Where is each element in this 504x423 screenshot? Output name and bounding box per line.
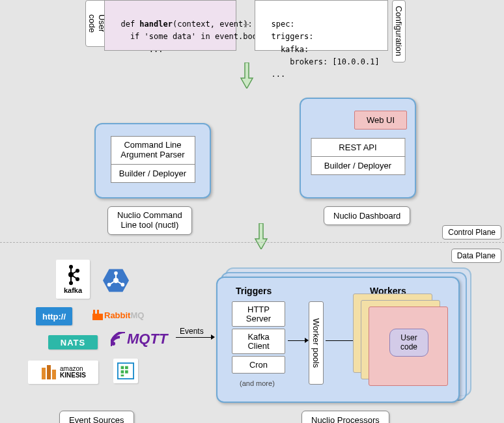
dashboard-builder: Builder / Deployer — [311, 156, 405, 175]
rabbit-label-1: Rabbit — [104, 310, 130, 320]
data-plane-label: Data Plane — [451, 249, 501, 263]
svg-rect-17 — [121, 370, 124, 374]
event-source-iguazio — [113, 359, 138, 383]
mqtt-label: MQTT — [127, 331, 167, 348]
arrow-down-icon — [253, 223, 270, 249]
svg-point-10 — [111, 342, 115, 346]
svg-rect-18 — [125, 370, 128, 374]
svg-rect-13 — [52, 370, 56, 379]
event-source-kafka: kafka — [56, 260, 90, 299]
cli-builder: Builder / Deployer — [111, 164, 195, 183]
configuration-label: Configuration — [392, 0, 406, 62]
kafka-icon — [66, 264, 80, 286]
kinesis-label-2: KINESIS — [60, 372, 86, 379]
plus-icon: + — [243, 18, 250, 32]
event-source-rabbitmq: RabbitMQ — [89, 308, 148, 321]
cli-caption1: Nuclio Command — [117, 210, 182, 220]
cli-arg-parser: Command Line Argument Parser — [111, 136, 195, 165]
svg-rect-12 — [47, 365, 51, 379]
rabbitmq-icon — [92, 310, 103, 320]
cli-row1b: Argument Parser — [120, 150, 184, 159]
event-source-kinesis: amazon KINESIS — [28, 361, 98, 384]
worker-pools: Worker pools — [309, 301, 324, 385]
pubsub-icon — [103, 266, 129, 295]
events-label: Events — [180, 327, 204, 336]
trigger-http: HTTP Server — [232, 301, 285, 327]
svg-rect-11 — [42, 368, 46, 379]
trigger-kafka-2: Client — [247, 341, 269, 351]
spec-code-box: spec: triggers: kafka: brokers: [10.0.0.… — [255, 0, 388, 51]
event-sources-caption: Event Sources — [59, 411, 134, 423]
rabbit-label-2: MQ — [130, 310, 144, 320]
events-arrow-icon — [176, 337, 211, 338]
kafka-label: kafka — [64, 286, 82, 294]
user-code-chip-2: code — [400, 342, 417, 351]
dashboard-panel: Web UI REST API Builder / Deployer — [300, 98, 416, 198]
kinesis-label-1: amazon — [60, 365, 83, 372]
processors-caption: Nuclio Processors — [301, 411, 389, 423]
kinesis-icon — [40, 364, 57, 381]
processor-panel: Triggers Workers HTTP Server Kafka Clien… — [216, 277, 460, 403]
spec-code-text: spec: triggers: kafka: brokers: [10.0.0.… — [262, 20, 380, 79]
trigger-http-2: Server — [246, 314, 271, 323]
event-source-http: http:// — [36, 307, 72, 325]
iguazio-icon — [117, 362, 134, 380]
user-code-box: def handler(context, event): if 'some da… — [104, 0, 236, 51]
arrow-icon — [288, 340, 305, 341]
event-source-mqtt: MQTT — [107, 329, 171, 349]
trigger-cron: Cron — [232, 356, 285, 374]
plane-divider — [0, 242, 504, 243]
triggers-title: Triggers — [236, 286, 272, 296]
svg-rect-15 — [121, 366, 124, 370]
trigger-kafka: Kafka Client — [232, 329, 285, 354]
event-source-nats: NATS — [48, 335, 98, 349]
and-more-label: (and more) — [240, 379, 275, 387]
control-plane-label: Control Plane — [442, 225, 501, 239]
mqtt-icon — [111, 332, 125, 346]
web-ui-pill: Web UI — [354, 111, 407, 130]
cli-row1a: Command Line — [124, 140, 181, 150]
user-code-chip-1: User — [400, 333, 417, 342]
cli-caption: Nuclio Command Line tool (nuctl) — [107, 206, 192, 235]
user-code-chip: User code — [389, 329, 428, 357]
dashboard-caption: Nuclio Dashboard — [324, 206, 410, 225]
event-source-pubsub — [99, 266, 133, 295]
dashboard-rest-api: REST API — [311, 138, 405, 157]
cli-caption2: Line tool (nuctl) — [120, 220, 178, 230]
svg-rect-19 — [121, 375, 124, 377]
svg-rect-16 — [125, 366, 128, 370]
cli-panel: Command Line Argument Parser Builder / D… — [94, 123, 211, 198]
arrow-down-icon — [238, 62, 255, 89]
